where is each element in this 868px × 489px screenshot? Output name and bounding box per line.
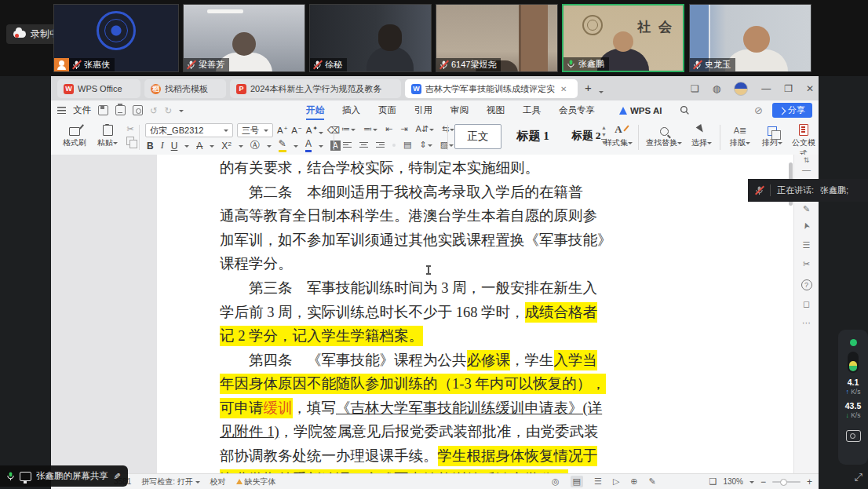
missing-font-warning[interactable]: 缺失字体 (236, 476, 276, 487)
char-shading-button[interactable]: A (330, 140, 341, 151)
align-center-button[interactable] (359, 142, 368, 148)
quick-settings-icon[interactable]: ☰ (794, 240, 819, 250)
zoom-caret[interactable] (749, 481, 754, 486)
fit-page-icon[interactable]: ❑ (709, 476, 717, 487)
participant-tile-speaking[interactable]: 社会 张鑫鹏 (562, 4, 684, 72)
zoom-slider[interactable] (772, 481, 801, 483)
menu-home[interactable]: 开始 (306, 100, 324, 120)
close-button[interactable]: ✕ (806, 83, 814, 94)
more-tools-icon[interactable]: ⋯ (794, 318, 819, 328)
menu-page[interactable]: 页面 (378, 100, 396, 120)
integrations-icon[interactable]: ◍ (713, 83, 720, 94)
find-replace-button[interactable]: 查找替换 (643, 122, 685, 148)
layout-button[interactable]: A≣ 排版 (724, 122, 756, 148)
web-layout-icon[interactable]: ⊕ (630, 476, 637, 487)
undo-icon[interactable]: ↺ (150, 105, 158, 116)
network-status-widget[interactable]: 4.1 ↑ K/s 43.5 ↓ K/s (838, 330, 868, 465)
menu-member[interactable]: 会员专享 (559, 100, 595, 120)
ink-edit-icon[interactable]: ✎ (649, 476, 656, 487)
page-up-down-icon[interactable]: ⇅ (794, 156, 819, 164)
increase-font-icon[interactable]: A+ (277, 126, 287, 135)
screen-share-pill[interactable]: 张鑫鹏的屏幕共享 ✎ (0, 465, 128, 487)
restore-button[interactable]: ❐ (784, 83, 793, 94)
read-mode-icon[interactable]: ▷ (613, 476, 619, 487)
copy-icon[interactable] (126, 137, 134, 145)
participant-tile[interactable]: 6147梁煜尧 (436, 4, 558, 72)
float-window-icon[interactable]: ❏ (691, 83, 699, 94)
fullscreen-expand-icon[interactable]: ⤢ (855, 471, 863, 484)
annotation-pencil-icon[interactable]: ✎ (111, 473, 122, 480)
font-color-button[interactable]: A (305, 140, 312, 152)
phonetic-guide-button[interactable]: Ⓐ (250, 139, 260, 152)
collapse-sidebar-icon[interactable]: — (794, 165, 819, 174)
style-set-button[interactable]: A 样式集 (600, 122, 636, 148)
strikethrough-button[interactable]: A (196, 140, 202, 151)
tab-wps-office[interactable]: W WPS Office (57, 79, 140, 98)
highlight-color-button[interactable]: ✎ (279, 140, 286, 152)
menu-insert[interactable]: 插入 (342, 100, 360, 120)
cut-icon[interactable]: ✂ (126, 124, 133, 134)
select-button[interactable]: 选择 (687, 122, 717, 148)
number-list-button[interactable]: ≕ (363, 124, 377, 134)
text-effects-icon[interactable]: A✦ (306, 126, 323, 135)
mic-active-icon[interactable] (6, 471, 15, 481)
quickbar-caret[interactable] (179, 110, 184, 115)
menu-reference[interactable]: 引用 (414, 100, 432, 120)
participant-tile[interactable]: 张惠侠 (53, 4, 179, 72)
arrange-button[interactable]: 排列 (757, 122, 787, 148)
cjk-layout-button[interactable]: ⇆ (442, 124, 454, 134)
hamburger-icon[interactable] (57, 107, 66, 114)
search-icon[interactable] (680, 105, 690, 115)
underline-button[interactable]: U (171, 140, 178, 151)
sync-disabled-icon[interactable]: ⊘ (754, 104, 763, 116)
print-icon[interactable] (115, 105, 126, 115)
page-view-icon[interactable]: ▤ (571, 476, 583, 487)
menu-review[interactable]: 审阅 (450, 100, 469, 120)
menu-tools[interactable]: 工具 (523, 100, 541, 120)
superscript-button[interactable]: X2 (221, 140, 231, 151)
text-direction-button[interactable]: A⇵ (415, 124, 434, 134)
official-doc-mode-button[interactable]: 公文模式 (789, 122, 819, 159)
proofread-button[interactable]: 校对 (210, 476, 226, 487)
italic-button[interactable]: I (161, 140, 164, 151)
tab-list-caret[interactable] (599, 83, 604, 97)
minimize-button[interactable]: — (761, 83, 771, 94)
align-right-button[interactable] (376, 142, 385, 148)
bold-button[interactable]: B (147, 140, 154, 151)
style-heading1-chip[interactable]: 标题 1 (508, 124, 558, 148)
share-button[interactable]: 分享 (772, 103, 812, 118)
font-name-select[interactable]: 仿宋_GB2312 (145, 123, 233, 137)
spellcheck-status[interactable]: 拼写检查: 打开 (141, 476, 199, 487)
font-size-select[interactable]: 三号 (237, 123, 273, 137)
line-spacing-button[interactable]: ⇕ (419, 140, 432, 150)
document-page[interactable]: 的有关要求，结合学校实际，特制定本实施细则。 第二条 本细则适用于我校高考录取入… (157, 155, 794, 474)
style-normal-chip[interactable]: 正文 (454, 124, 501, 149)
redo-icon[interactable]: ↻ (165, 105, 173, 116)
outline-view-icon[interactable]: ☰ (594, 476, 602, 487)
paste-button[interactable]: 粘贴 (92, 122, 123, 148)
save-icon[interactable] (98, 105, 108, 115)
zoom-out-button[interactable]: − (760, 476, 766, 487)
tab-presentation[interactable]: P 2024本科新生入学行为规范及教务 (230, 79, 401, 98)
select-cursor-icon[interactable]: ➤ (797, 213, 815, 239)
tab-docer-templates[interactable]: 稻 找稻壳模板 (144, 79, 226, 98)
print-preview-icon[interactable] (133, 105, 143, 115)
menu-view[interactable]: 视图 (487, 100, 505, 120)
format-painter-button[interactable]: 格式刷 (59, 122, 90, 148)
participant-tile[interactable]: 徐秘 (309, 4, 432, 72)
zoom-level[interactable]: 130% (723, 477, 743, 486)
file-menu[interactable]: 文件 (73, 104, 91, 116)
toolbox-icon[interactable]: ✂ (794, 259, 819, 269)
wps-ai-button[interactable]: WPS AI (619, 106, 662, 115)
new-tab-button[interactable]: + (585, 81, 592, 94)
zoom-in-button[interactable]: + (807, 476, 812, 487)
skin-center-icon[interactable]: ◻ (794, 299, 819, 309)
participant-tile[interactable]: 史龙玉 (689, 4, 811, 72)
align-left-button[interactable] (343, 142, 352, 148)
bullet-list-button[interactable]: ≔ (341, 124, 356, 134)
tab-close-icon[interactable]: ✕ (560, 85, 567, 93)
increase-indent-button[interactable]: ⇥ (400, 124, 407, 134)
participant-tile[interactable]: 梁善芳 (183, 4, 305, 72)
decrease-font-icon[interactable]: A− (291, 126, 301, 135)
presentation-view-icon[interactable]: ◎ (552, 476, 560, 487)
